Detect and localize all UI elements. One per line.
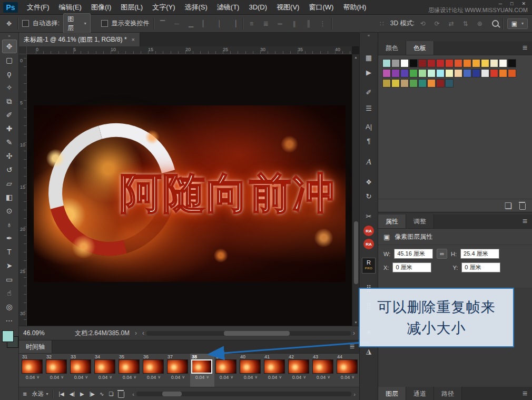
swatch[interactable] (382, 79, 391, 87)
actions-panel-icon[interactable]: ▶ (362, 66, 376, 78)
zoom-level[interactable]: 46.09% (23, 329, 51, 337)
frame-thumbnail[interactable] (94, 359, 115, 374)
history-brush-tool[interactable]: ↺ (2, 163, 17, 177)
swatch[interactable] (409, 79, 418, 87)
scroll-right-icon[interactable]: › (353, 329, 355, 337)
menu-item[interactable]: 图层(L) (116, 0, 147, 15)
clone-stamp-tool[interactable]: ✣ (2, 149, 17, 163)
panel-menu-icon[interactable]: ≡ (518, 214, 532, 228)
align-top-edges-icon[interactable]: ▔ (158, 19, 168, 28)
swatch[interactable] (481, 59, 489, 67)
frame-delay-select[interactable]: 0.04∨ (215, 374, 238, 381)
swatch[interactable] (472, 59, 480, 67)
timeline-frame-39[interactable]: 390.04∨ (214, 354, 239, 387)
timeline-frame-34[interactable]: 340.04∨ (93, 354, 117, 387)
distribute-left-edges-icon[interactable]: ∥ (290, 19, 299, 28)
drag-3d-icon[interactable]: ⇄ (447, 19, 456, 28)
scroll-left-icon[interactable]: ‹ (142, 329, 144, 337)
swatch[interactable] (391, 79, 400, 87)
swatch[interactable] (454, 69, 462, 77)
frame-thumbnail[interactable] (288, 359, 309, 374)
distribute-top-edges-icon[interactable]: ≡ (247, 19, 257, 28)
slide-3d-icon[interactable]: ⇅ (461, 19, 470, 28)
timeline-frame-31[interactable]: 310.04∨ (21, 354, 45, 387)
swatch[interactable] (499, 69, 507, 77)
frame-thumbnail[interactable] (191, 359, 212, 374)
ra-plugin-icon[interactable]: RA (363, 226, 374, 236)
scissors-icon[interactable]: ✂ (362, 210, 376, 222)
history-panel-icon[interactable]: ↻ (362, 190, 376, 202)
swatch[interactable] (463, 69, 471, 77)
distribute-vertical-centers-icon[interactable]: ≣ (261, 19, 271, 28)
document-tab[interactable]: 未标题-1 @ 46.1% (图层 1, RGB/8) * × (19, 33, 140, 46)
path-selection-tool[interactable]: ➤ (2, 259, 17, 272)
timeline-tab[interactable]: 时间轴 (19, 340, 52, 353)
menu-item[interactable]: 文字(Y) (147, 0, 180, 15)
frame-delay-select[interactable]: 0.04∨ (288, 374, 310, 381)
timeline-frame-37[interactable]: 370.04∨ (166, 354, 190, 387)
timeline-frame-40[interactable]: 400.04∨ (239, 354, 263, 387)
horizontal-scroll-thumb[interactable] (224, 331, 289, 336)
swatch[interactable] (508, 69, 516, 77)
swatch[interactable] (382, 69, 391, 77)
gradient-tool[interactable]: ◧ (2, 190, 17, 204)
menu-item[interactable]: 图像(I) (86, 0, 116, 15)
swatch[interactable] (400, 79, 409, 87)
timeline-frame-44[interactable]: 440.04∨ (336, 354, 359, 387)
swatch[interactable] (436, 79, 445, 87)
tab-属性[interactable]: 属性 (378, 214, 406, 228)
link-dimensions-button[interactable]: ∞ (437, 249, 447, 259)
menu-item[interactable]: 窗口(W) (304, 0, 338, 15)
tab-图层[interactable]: 图层 (378, 387, 406, 400)
libraries-panel-icon[interactable]: ▦ (362, 52, 376, 63)
shape-tool[interactable]: ▭ (2, 272, 17, 286)
align-bottom-edges-icon[interactable]: ▁ (186, 19, 196, 28)
eyedropper-tool[interactable]: ✐ (2, 108, 17, 122)
workspace-switcher[interactable]: ▣ ▾ (507, 18, 528, 29)
tab-颜色[interactable]: 颜色 (378, 41, 406, 55)
tween-button[interactable]: ∿ (100, 391, 104, 397)
paragraph-panel-icon[interactable]: ¶ (362, 135, 376, 147)
swatch[interactable] (409, 69, 418, 77)
width-input[interactable]: 45.16 厘米 (394, 249, 433, 259)
align-vertical-centers-icon[interactable]: ─ (172, 19, 182, 28)
frame-delay-select[interactable]: 0.04∨ (94, 374, 116, 381)
swatch[interactable] (436, 69, 445, 77)
align-horizontal-centers-icon[interactable]: │ (215, 19, 224, 28)
panel-menu-icon[interactable]: ≡ (518, 41, 532, 55)
swatch[interactable] (508, 59, 516, 67)
color-swatch-control[interactable] (1, 330, 18, 349)
swatch[interactable] (481, 69, 489, 77)
x-input[interactable]: 0 厘米 (392, 262, 431, 272)
menu-item[interactable]: 滤镜(T) (212, 0, 244, 15)
scroll-down-icon[interactable]: ▾ (355, 320, 357, 325)
y-input[interactable]: 0 厘米 (461, 262, 500, 272)
frame-thumbnail[interactable] (264, 359, 285, 374)
hand-tool[interactable]: ☝ (2, 286, 17, 300)
quick-selection-tool[interactable]: ✧ (2, 81, 17, 94)
menu-item[interactable]: 帮助(H) (338, 0, 371, 15)
timeline-scroll-thumb[interactable] (162, 392, 182, 396)
panel-menu-icon[interactable]: ≡ (518, 387, 532, 400)
swatch[interactable] (490, 69, 498, 77)
auto-select-checkbox[interactable] (22, 20, 29, 27)
glyphs-panel-icon[interactable]: A (362, 156, 376, 168)
vertical-scroll-thumb[interactable] (354, 221, 358, 284)
swatch[interactable] (418, 79, 427, 87)
timeline-scrollbar[interactable]: ‹ › (132, 391, 356, 397)
frame-thumbnail[interactable] (215, 359, 237, 374)
healing-brush-tool[interactable]: ✚ (2, 122, 17, 135)
tool-presets-panel-icon[interactable]: ✐ (362, 86, 376, 98)
swatch[interactable] (418, 69, 427, 77)
frame-delay-select[interactable]: 0.04∨ (337, 374, 359, 381)
dodge-tool[interactable]: ♁ (2, 218, 17, 231)
frame-thumbnail[interactable] (143, 359, 164, 374)
tab-色板[interactable]: 色板 (406, 41, 434, 55)
swatch[interactable] (418, 59, 427, 67)
frame-delay-select[interactable]: 0.04∨ (191, 374, 213, 381)
swatch[interactable] (400, 69, 409, 77)
frame-delay-select[interactable]: 0.04∨ (240, 374, 262, 381)
type-tool[interactable]: T (2, 245, 17, 259)
swatch[interactable] (454, 59, 462, 67)
distribute-horizontal-centers-icon[interactable]: ║ (304, 19, 313, 28)
